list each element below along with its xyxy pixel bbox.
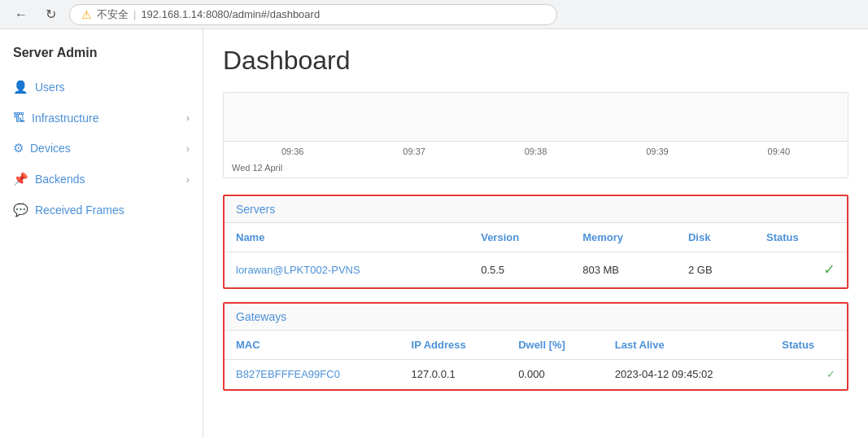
address-bar[interactable]: ⚠ 不安全 | 192.168.1.14:8080/admin#/dashboa…: [69, 4, 557, 25]
server-name-link[interactable]: lorawan@LPKT002-PVNS: [236, 264, 360, 276]
table-row: lorawan@LPKT002-PVNS 0.5.5 803 MB 2 GB ✓: [225, 252, 847, 287]
time-label-2: 09:38: [475, 147, 596, 156]
sidebar-item-infrastructure[interactable]: 🏗 Infrastructure ›: [0, 103, 203, 133]
chart-date-label: Wed 12 April: [224, 161, 848, 177]
refresh-button[interactable]: ↻: [41, 5, 61, 24]
sidebar-item-received-frames[interactable]: 💬 Received Frames: [0, 195, 203, 226]
sidebar-item-devices-label: Devices: [30, 142, 71, 155]
warning-icon: ⚠: [81, 8, 92, 21]
gateways-table-header-row: MAC IP Address Dwell [%] Last Alive Stat…: [225, 331, 847, 360]
time-label-3: 09:39: [596, 147, 718, 156]
url-text: 192.168.1.14:8080/admin#/dashboard: [141, 8, 320, 20]
time-label-4: 09:40: [718, 147, 840, 156]
backends-icon: 📌: [13, 172, 28, 186]
browser-chrome: ← ↻ ⚠ 不安全 | 192.168.1.14:8080/admin#/das…: [0, 0, 868, 29]
gateway-dwell-cell: 0.000: [507, 360, 604, 389]
status-ok-icon: ✓: [823, 261, 835, 278]
sidebar-item-users[interactable]: 👤 Users: [0, 72, 203, 103]
gateway-ip-cell: 127.0.0.1: [400, 360, 508, 389]
gateway-last-alive-cell: 2023-04-12 09:45:02: [604, 360, 771, 389]
chart-area: 09:36 09:37 09:38 09:39 09:40 Wed 12 Apr…: [223, 92, 848, 178]
server-version-cell: 0.5.5: [469, 252, 571, 287]
servers-col-name: Name: [225, 223, 469, 252]
gateways-col-mac: MAC: [225, 331, 400, 360]
infrastructure-icon: 🏗: [13, 111, 25, 125]
chevron-right-icon: ›: [186, 112, 190, 124]
chart-timeline: 09:36 09:37 09:38 09:39 09:40: [224, 142, 848, 161]
page-title: Dashboard: [223, 46, 848, 76]
servers-heading: Servers: [225, 196, 847, 223]
servers-col-disk: Disk: [677, 223, 755, 252]
chevron-right-icon: ›: [186, 173, 190, 186]
gateways-heading: Gateways: [225, 304, 847, 331]
sidebar-item-users-label: Users: [35, 81, 65, 94]
gateways-section: Gateways MAC IP Address Dwell [%] Last A…: [223, 302, 848, 391]
gateways-col-status: Status: [770, 331, 847, 360]
servers-section: Servers Name Version Memory Disk Status …: [223, 195, 848, 289]
insecure-label: 不安全: [97, 7, 129, 22]
sidebar-item-infrastructure-label: Infrastructure: [32, 112, 98, 125]
sidebar-item-backends-label: Backends: [35, 173, 85, 186]
server-memory-cell: 803 MB: [571, 252, 677, 287]
sidebar-item-received-frames-label: Received Frames: [35, 204, 124, 217]
page-layout: Server Admin 👤 Users 🏗 Infrastructure › …: [0, 29, 868, 438]
chart-body: [224, 93, 848, 142]
servers-table-header-row: Name Version Memory Disk Status: [225, 223, 847, 252]
gateways-col-dwell: Dwell [%]: [507, 331, 604, 360]
sidebar-item-backends[interactable]: 📌 Backends ›: [0, 164, 203, 195]
time-label-1: 09:37: [353, 147, 474, 156]
separator: |: [133, 8, 136, 20]
gateway-mac-link[interactable]: B827EBFFFEA99FC0: [236, 368, 340, 380]
back-button[interactable]: ←: [10, 6, 33, 24]
servers-col-memory: Memory: [571, 223, 677, 252]
chevron-right-icon: ›: [186, 142, 190, 155]
gateway-mac-cell: B827EBFFFEA99FC0: [225, 360, 400, 389]
sidebar-item-devices[interactable]: ⚙ Devices ›: [0, 133, 203, 164]
servers-col-version: Version: [469, 223, 571, 252]
table-row: B827EBFFFEA99FC0 127.0.0.1 0.000 2023-04…: [225, 360, 847, 389]
gateways-col-ip: IP Address: [400, 331, 508, 360]
server-name-cell: lorawan@LPKT002-PVNS: [225, 252, 469, 287]
server-status-cell: ✓: [755, 252, 847, 287]
server-disk-cell: 2 GB: [677, 252, 755, 287]
gateways-col-last-alive: Last Alive: [604, 331, 771, 360]
devices-icon: ⚙: [13, 141, 24, 155]
sidebar-title: Server Admin: [0, 37, 203, 72]
servers-table: Name Version Memory Disk Status lorawan@…: [225, 223, 847, 287]
sidebar: Server Admin 👤 Users 🏗 Infrastructure › …: [0, 29, 203, 438]
time-label-0: 09:36: [232, 147, 353, 156]
gateways-table: MAC IP Address Dwell [%] Last Alive Stat…: [225, 331, 847, 389]
gateway-status-icon: ✓: [827, 368, 835, 380]
gateway-status-cell: ✓: [770, 360, 847, 389]
main-content: Dashboard 09:36 09:37 09:38 09:39 09:40 …: [203, 29, 868, 438]
user-icon: 👤: [13, 80, 28, 94]
received-frames-icon: 💬: [13, 203, 28, 217]
servers-col-status: Status: [755, 223, 847, 252]
